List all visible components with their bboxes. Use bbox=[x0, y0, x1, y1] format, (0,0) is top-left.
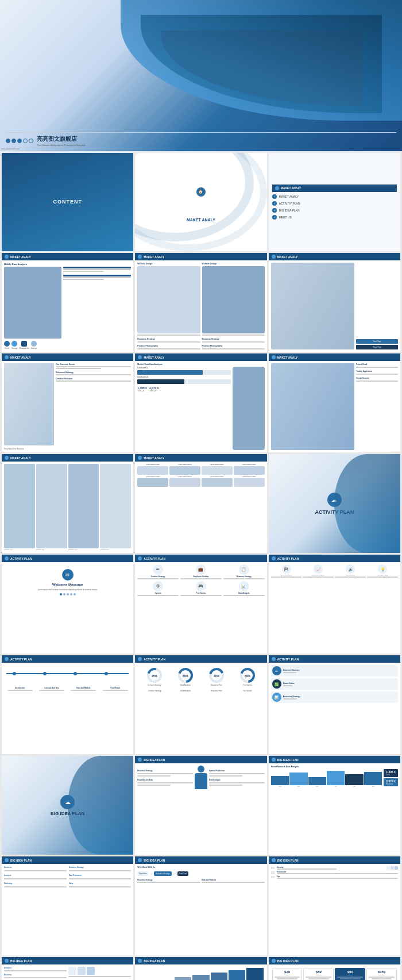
a3t3 bbox=[335, 577, 366, 578]
maket6-icon bbox=[272, 355, 276, 359]
p1l2 bbox=[277, 978, 297, 979]
maket4-l4 bbox=[56, 381, 131, 382]
p1l1 bbox=[275, 977, 300, 978]
maket4-t2: Business Strategy bbox=[56, 371, 131, 374]
activity2-header: ACTIVITY PLAN bbox=[135, 555, 266, 562]
maket5-title: Mobile User Data Analysis bbox=[137, 363, 264, 366]
maket4-t1: Our Success Secret bbox=[56, 363, 131, 366]
hero-circle-1 bbox=[6, 139, 10, 143]
person-head bbox=[198, 766, 204, 773]
flow-arrow-1: → bbox=[149, 872, 153, 875]
flow-3: Final Goal bbox=[177, 871, 189, 876]
maket6-label: MAKET ANALY bbox=[277, 356, 298, 359]
slide-maket-7: MAKET ANALY Portfolio One Portfolio Two … bbox=[2, 454, 133, 553]
icon-circle-3 bbox=[21, 341, 27, 347]
big1-header: BIG IDEA PLAN bbox=[135, 756, 266, 763]
b3t2 bbox=[4, 878, 67, 879]
a3-icon-4: 💡 bbox=[378, 564, 387, 574]
timeline bbox=[6, 673, 129, 674]
act-t4 bbox=[137, 595, 179, 596]
a3-icon-3: 🔊 bbox=[346, 564, 355, 574]
client-8: Client Name Project bbox=[234, 476, 265, 487]
price-3: $99 bbox=[347, 970, 353, 974]
activity1-body: ✉ Welcome Message Lorem ipsum dolor sit … bbox=[2, 562, 133, 654]
activity3-body: 💾 Disk Application 📈 Business Strategy 🔊… bbox=[269, 562, 400, 654]
menu-item-2[interactable]: ● ACTIVITY PLAN bbox=[272, 201, 397, 206]
a6-l1: Creative Strategy bbox=[283, 669, 300, 671]
big3-icon bbox=[5, 858, 9, 862]
activity1-header: ACTIVITY PLAN bbox=[2, 555, 133, 562]
bar-labels: Jan Feb Mar Apr May Jun bbox=[271, 786, 382, 787]
act-icon-1: ✏ bbox=[153, 564, 163, 575]
b6-ic3 bbox=[87, 967, 95, 975]
maket1-body: Mobile Data Analysis Online bbox=[2, 260, 133, 352]
menu-item-3[interactable]: ● BIG IDEA PLAN bbox=[272, 208, 397, 213]
act-item-3: 📋 Business Strategy bbox=[223, 564, 265, 579]
big2-stat2: 2,074 € Revenue bbox=[384, 778, 398, 786]
slide-big3: BIG IDEA PLAN Business Analysis Marketin… bbox=[2, 856, 133, 955]
big6-label: BIG IDEA PLAN bbox=[10, 959, 32, 963]
a3-item-3: 🔊 Sales Render bbox=[335, 564, 366, 578]
act-item-1: ✏ Creative Strategy bbox=[137, 564, 179, 579]
icon-label-4: Backup bbox=[31, 347, 37, 349]
bl3: Mar bbox=[308, 786, 326, 787]
big1-body: Business Strategy Employee Desktop Syste… bbox=[135, 763, 266, 855]
a3-icon-1: 💾 bbox=[282, 564, 291, 574]
maket3-icon bbox=[272, 255, 276, 259]
b6t1 bbox=[4, 970, 67, 971]
maket4-icon bbox=[5, 355, 9, 359]
client-5: Client Name Project bbox=[137, 476, 168, 487]
menu-item-label-3: BIG IDEA PLAN bbox=[279, 209, 300, 212]
big6-l1: Analyses bbox=[4, 967, 67, 969]
c1-name: Client Name Project bbox=[146, 464, 160, 466]
activity5-body: 25% Creative Strategy 69% Data Analysis bbox=[135, 663, 266, 754]
menu-header: MAKET ANALY bbox=[272, 185, 397, 192]
a6-text-2: Smart Sales bbox=[283, 682, 295, 686]
maket3-btn1[interactable]: Start Page bbox=[356, 339, 398, 344]
bar-chart bbox=[271, 769, 382, 785]
gb7 bbox=[246, 968, 263, 980]
maket2-row1: Website Design Business Strategy Product… bbox=[137, 263, 264, 349]
tl-l1: Introduction bbox=[15, 687, 25, 689]
b1t5 bbox=[209, 773, 265, 774]
big-idea-hero-label: BIG IDEA PLAN bbox=[51, 811, 84, 816]
price-1-label: Basic bbox=[285, 974, 289, 976]
maket-icon: 🏠 bbox=[196, 187, 206, 197]
maket4-row: Our Success Secret Business Strategy Cre… bbox=[4, 363, 131, 445]
donut-4: 69% Fun Games bbox=[239, 667, 256, 686]
p2-label: Portfolio Two bbox=[36, 549, 67, 551]
c3-name: Client Name Project bbox=[210, 464, 224, 466]
maket3-btn2[interactable]: Share Page bbox=[356, 345, 398, 349]
activity3-label: ACTIVITY PLAN bbox=[277, 557, 299, 560]
act-icon-2: 💼 bbox=[196, 564, 206, 575]
maket2-t2 bbox=[137, 341, 200, 343]
c6-img bbox=[169, 478, 200, 487]
bar4 bbox=[327, 771, 345, 785]
slide-activity-4: ACTIVITY PLAN Introduction Concept And I… bbox=[2, 655, 133, 754]
icon-label-2: Storage bbox=[11, 347, 18, 349]
maket7-header: MAKET ANALY bbox=[2, 454, 133, 462]
tl-t3 bbox=[71, 690, 96, 691]
menu-item-4[interactable]: ● MEET US bbox=[272, 215, 397, 220]
p1-img bbox=[4, 464, 35, 548]
act-icon-3: 📋 bbox=[239, 564, 249, 575]
menu-item-1[interactable]: ● MAKET ANALY bbox=[272, 194, 397, 199]
maket5-label: MAKET ANALY bbox=[144, 356, 164, 359]
donut-3: 40% Business Plan bbox=[208, 667, 225, 686]
tl-dot-4 bbox=[105, 672, 108, 675]
b1t1 bbox=[137, 773, 193, 774]
client-6: Client Name Project bbox=[169, 476, 200, 487]
big-idea-icon: ☁ bbox=[60, 795, 75, 809]
price-card-1: $29 Basic Learn More bbox=[272, 968, 303, 980]
menu-item-label-2: ACTIVITY PLAN bbox=[279, 202, 300, 205]
maket6-right: Project Detail Trading Application Scree… bbox=[356, 363, 398, 450]
big2-content: Jan Feb Mar Apr May Jun 1,305 € Total 2,… bbox=[271, 769, 398, 787]
slide-content: CONTENT bbox=[2, 153, 133, 252]
big-idea-wave bbox=[68, 756, 134, 855]
dot-4 bbox=[70, 593, 72, 595]
a6-item-2: 💹 Smart Sales bbox=[271, 678, 398, 690]
big3-right: Business Strategy Data Protection Sales bbox=[69, 866, 132, 887]
big6-left: Analyses Business bbox=[4, 967, 67, 978]
act-t3 bbox=[223, 578, 265, 579]
hero-circle-5 bbox=[29, 139, 33, 143]
